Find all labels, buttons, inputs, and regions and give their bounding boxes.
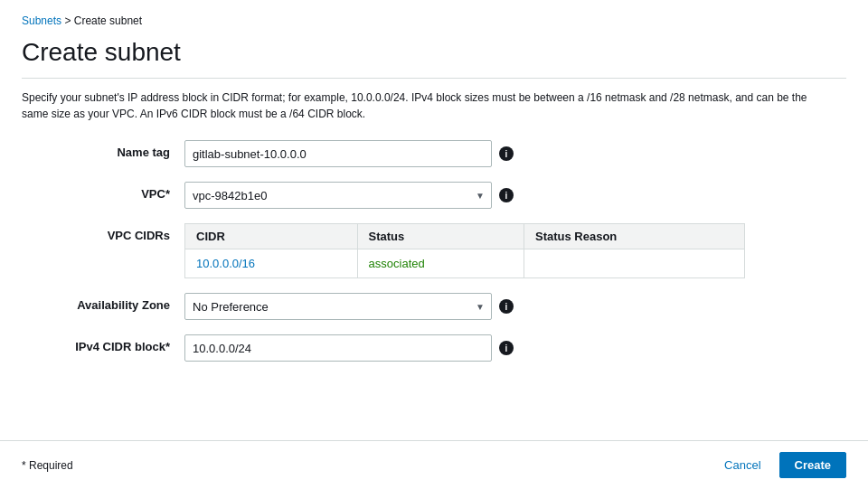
vpc-label: VPC* xyxy=(22,182,184,201)
vpc-cidrs-header-row: CIDR Status Status Reason xyxy=(185,224,745,249)
vpc-select[interactable]: vpc-9842b1e0 xyxy=(184,182,492,209)
breadcrumb-separator: > xyxy=(64,14,71,27)
vpc-select-wrapper: vpc-9842b1e0 ▼ xyxy=(184,182,492,209)
vpc-cidrs-table-wrapper: CIDR Status Status Reason 10.0.0.0/16 as… xyxy=(184,223,745,278)
cidr-cell: 10.0.0.0/16 xyxy=(185,249,358,278)
ipv4-cidr-row: IPv4 CIDR block* i xyxy=(22,334,846,362)
name-tag-control: i xyxy=(184,140,846,167)
vpc-cidrs-table: CIDR Status Status Reason 10.0.0.0/16 as… xyxy=(184,223,745,278)
breadcrumb: Subnets > Create subnet xyxy=(22,14,846,27)
breadcrumb-parent-link[interactable]: Subnets xyxy=(22,14,61,27)
cidr-header: CIDR xyxy=(185,224,358,249)
page-title: Create subnet xyxy=(22,38,846,79)
vpc-cidrs-row: VPC CIDRs CIDR Status Status Reason 10.0… xyxy=(22,223,846,278)
status-reason-header: Status Reason xyxy=(524,224,744,249)
ipv4-cidr-label: IPv4 CIDR block* xyxy=(22,334,184,353)
availability-zone-control: No Preference us-east-1a us-east-1b us-e… xyxy=(184,293,846,320)
vpc-row: VPC* vpc-9842b1e0 ▼ i xyxy=(22,182,846,209)
name-tag-label: Name tag xyxy=(22,140,184,159)
footer-buttons: Cancel Create xyxy=(713,452,846,478)
status-cell: associated xyxy=(357,249,524,278)
name-tag-row: Name tag i xyxy=(22,140,846,167)
availability-zone-select[interactable]: No Preference us-east-1a us-east-1b us-e… xyxy=(184,293,492,320)
availability-zone-row: Availability Zone No Preference us-east-… xyxy=(22,293,846,320)
availability-zone-select-wrapper: No Preference us-east-1a us-east-1b us-e… xyxy=(184,293,492,320)
name-tag-info-icon[interactable]: i xyxy=(499,146,514,161)
status-reason-cell xyxy=(524,249,744,278)
cancel-button[interactable]: Cancel xyxy=(713,452,771,478)
availability-zone-info-icon[interactable]: i xyxy=(499,299,514,314)
status-header: Status xyxy=(357,224,524,249)
name-tag-input[interactable] xyxy=(184,140,492,167)
table-row: 10.0.0.0/16 associated xyxy=(185,249,745,278)
footer: * Required Cancel Create xyxy=(0,440,868,489)
breadcrumb-current: Create subnet xyxy=(74,14,142,27)
ipv4-cidr-info-icon[interactable]: i xyxy=(499,341,514,355)
create-button[interactable]: Create xyxy=(779,452,846,478)
vpc-info-icon[interactable]: i xyxy=(499,188,514,202)
required-note: * Required xyxy=(22,459,73,472)
vpc-cidrs-label: VPC CIDRs xyxy=(22,223,184,242)
vpc-control: vpc-9842b1e0 ▼ i xyxy=(184,182,846,209)
create-subnet-form: Name tag i VPC* vpc-9842b1e0 ▼ i VPC CID… xyxy=(22,140,846,362)
availability-zone-label: Availability Zone xyxy=(22,293,184,312)
ipv4-cidr-control: i xyxy=(184,334,846,362)
ipv4-cidr-input[interactable] xyxy=(184,334,492,362)
page-description: Specify your subnet's IP address block i… xyxy=(22,89,835,122)
